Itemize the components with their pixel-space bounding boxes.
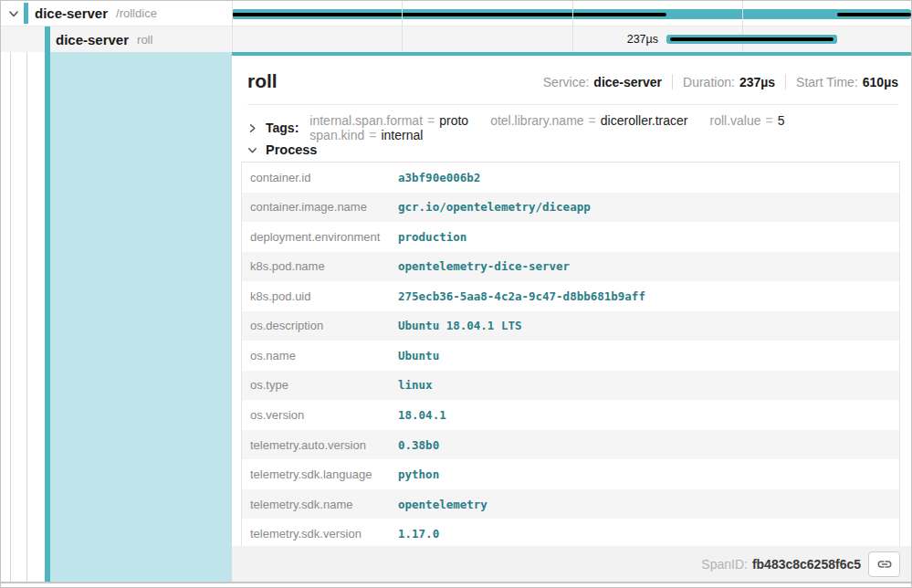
chevron-down-icon[interactable] [247, 145, 257, 155]
table-row: os.nameUbuntu [242, 341, 899, 371]
selected-span-tint-block [50, 52, 232, 582]
tree-indent-guide [10, 52, 11, 582]
tag-value: diceroller.tracer [601, 113, 688, 128]
span-name[interactable]: dice-server roll [56, 26, 152, 52]
child-span-bar[interactable] [666, 35, 837, 44]
tag-key: otel.library.name [490, 113, 583, 128]
tag-value: 5 [778, 113, 785, 128]
table-row: k8s.pod.nameopentelemetry-dice-server [242, 252, 899, 282]
process-key: telemetry.auto.version [242, 438, 398, 452]
tag-key: roll.value [710, 113, 761, 128]
process-value: 0.38b0 [398, 438, 439, 452]
tags-label: Tags: [266, 121, 299, 135]
duration-value: 237µs [739, 75, 775, 89]
link-icon [876, 556, 893, 572]
process-key: k8s.pod.name [242, 259, 398, 273]
tag-item: internal.span.format=proto [309, 113, 468, 128]
summary-divider [672, 74, 673, 89]
span-service-name: dice-server [56, 32, 129, 47]
tags-list: internal.span.format=protootel.library.n… [309, 113, 911, 142]
span-color-bar [24, 3, 28, 24]
process-value: 275ecb36-5aa8-4c2a-9c47-d8bb681b9aff [398, 289, 645, 303]
name-column-divider [232, 1, 233, 52]
span-title: roll [247, 70, 278, 92]
span-duration-label: 237µs [627, 33, 658, 46]
tags-section-header[interactable]: Tags: internal.span.format=protootel.lib… [247, 113, 911, 142]
tag-item: otel.library.name=diceroller.tracer [490, 113, 687, 128]
copy-link-button[interactable] [868, 551, 900, 577]
table-row: telemetry.sdk.nameopentelemetry [242, 489, 899, 520]
process-key: os.version [242, 408, 398, 422]
process-key: os.type [242, 378, 398, 392]
process-key: telemetry.sdk.language [242, 467, 398, 481]
tag-key: span.kind [309, 128, 364, 142]
timeline-gridline [402, 1, 403, 52]
child-span-segment [670, 37, 833, 41]
collapse-chevron-down-icon[interactable] [8, 8, 19, 19]
span-operation-name: /rolldice [116, 6, 157, 20]
timeline-gridline [742, 1, 743, 52]
table-row: os.typelinux [242, 371, 899, 401]
span-detail-footer: SpanID: fb483c8c6258f6c5 [232, 546, 911, 582]
tag-item: span.kind=internal [309, 128, 423, 142]
process-value: 1.17.0 [398, 527, 439, 541]
process-value: opentelemetry [398, 498, 487, 511]
span-detail-header: roll Service: dice-server Duration: 237µ… [247, 56, 898, 105]
process-key: os.name [242, 349, 398, 362]
service-value: dice-server [593, 75, 662, 89]
tag-equals: = [427, 113, 435, 128]
timeline-gridline [572, 1, 573, 52]
process-value: Ubuntu 18.04.1 LTS [398, 319, 521, 332]
start-time-value: 610µs [863, 75, 898, 89]
tag-equals: = [369, 128, 376, 142]
span-detail-panel: roll Service: dice-server Duration: 237µ… [232, 52, 911, 582]
parent-self-time-segment [232, 13, 666, 16]
start-time-label: Start Time: [796, 75, 858, 89]
process-key: telemetry.sdk.version [242, 527, 398, 541]
table-row: os.version18.04.1 [242, 400, 899, 430]
span-summary: Service: dice-server Duration: 237µs Sta… [543, 74, 898, 89]
process-key: container.image.name [242, 200, 398, 214]
parent-self-time-segment [837, 13, 911, 16]
tag-value: proto [439, 113, 468, 128]
process-value: 18.04.1 [398, 408, 446, 422]
span-row-rolldice[interactable]: dice-server /rolldice [1, 1, 911, 26]
process-value: gcr.io/opentelemetry/diceapp [398, 200, 591, 214]
table-row: telemetry.sdk.languagepython [242, 459, 899, 489]
process-value: python [398, 467, 439, 481]
process-value: Ubuntu [398, 349, 439, 362]
tag-key: internal.span.format [309, 113, 423, 128]
process-key-value-table: container.ida3bf90e006b2container.image.… [241, 162, 900, 550]
duration-label: Duration: [683, 75, 735, 89]
process-key: deployment.environment [242, 230, 398, 244]
parent-span-bar[interactable] [232, 9, 911, 19]
span-operation-name: roll [137, 33, 152, 47]
process-value: production [398, 230, 466, 244]
spanid-value: fb483c8c6258f6c5 [752, 557, 861, 572]
table-row: k8s.pod.uid275ecb36-5aa8-4c2a-9c47-d8bb6… [242, 281, 899, 311]
spanid-label: SpanID: [701, 557, 748, 572]
process-key: os.description [242, 319, 398, 332]
span-name[interactable]: dice-server /rolldice [35, 1, 157, 26]
chevron-right-icon[interactable] [247, 123, 257, 133]
process-value: opentelemetry-dice-server [398, 259, 570, 273]
service-label: Service: [543, 75, 590, 89]
process-section-header[interactable]: Process [247, 142, 317, 157]
table-row: container.ida3bf90e006b2 [242, 163, 899, 193]
panel-bottom-border [1, 582, 911, 583]
process-value: linux [398, 378, 433, 392]
tag-equals: = [589, 113, 596, 128]
table-row: os.descriptionUbuntu 18.04.1 LTS [242, 311, 899, 341]
process-key: telemetry.sdk.name [242, 498, 398, 511]
tag-item: roll.value=5 [710, 113, 785, 128]
span-service-name: dice-server [35, 5, 108, 21]
span-row-roll-selected[interactable]: dice-server roll 237µs [1, 26, 911, 52]
trace-detail-view: dice-server /rolldice dice-server roll 2… [0, 0, 912, 588]
tag-value: internal [381, 128, 423, 142]
tree-indent-guide [26, 52, 27, 582]
tag-equals: = [766, 113, 773, 128]
table-row: deployment.environmentproduction [242, 222, 899, 252]
process-key: container.id [242, 171, 398, 184]
process-label: Process [266, 142, 317, 157]
process-key: k8s.pod.uid [242, 289, 398, 303]
